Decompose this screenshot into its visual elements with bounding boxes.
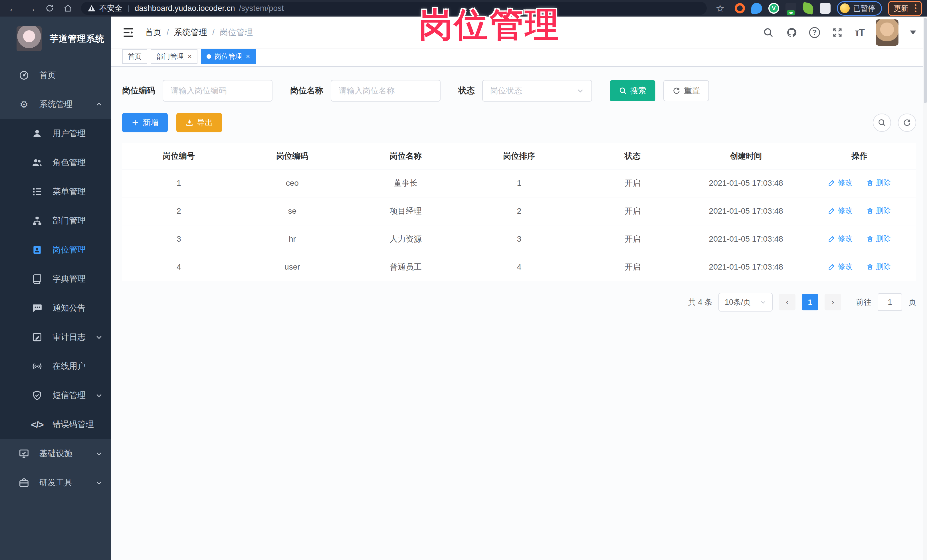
table-row: 4 user 普通员工 4 开启 2021-01-05 17:03:48 修改 … xyxy=(122,253,916,281)
github-icon[interactable] xyxy=(786,27,798,38)
extension-orange-ring-icon[interactable] xyxy=(735,3,745,14)
edit-link[interactable]: 修改 xyxy=(828,262,853,272)
refresh-circle-button[interactable] xyxy=(898,114,916,132)
reload-icon[interactable] xyxy=(42,2,58,15)
page-1-button[interactable]: 1 xyxy=(802,294,818,310)
pagination: 共 4 条 10条/页 ‹ 1 › 前往 页 xyxy=(122,293,916,311)
breadcrumb-separator: / xyxy=(212,28,214,37)
add-button[interactable]: 新增 xyxy=(122,113,168,132)
search-icon[interactable] xyxy=(762,27,774,38)
filter-status-group: 状态 岗位状态 xyxy=(458,80,592,102)
show-search-circle-button[interactable] xyxy=(873,114,891,132)
edit-link[interactable]: 修改 xyxy=(828,178,853,188)
delete-link[interactable]: 删除 xyxy=(866,206,891,216)
cell-status: 开启 xyxy=(576,253,689,281)
breadcrumb-system[interactable]: 系统管理 xyxy=(174,27,207,38)
table-tools xyxy=(873,114,916,132)
font-size-icon[interactable]: ᴛT xyxy=(855,27,864,38)
breadcrumb-home[interactable]: 首页 xyxy=(145,27,161,38)
sidebar-item-system-mgmt[interactable]: ⚙ 系统管理 xyxy=(0,90,111,119)
post-code-input[interactable] xyxy=(163,80,272,102)
sidebar-item-dept-mgmt[interactable]: 部门管理 xyxy=(0,206,111,235)
sidebar-item-home[interactable]: 首页 xyxy=(0,61,111,90)
sidebar-item-notice[interactable]: 通知公告 xyxy=(0,294,111,323)
page-size-select[interactable]: 10条/页 xyxy=(719,293,773,311)
url-path[interactable]: /system/post xyxy=(239,4,284,13)
back-icon[interactable]: ← xyxy=(5,2,21,15)
export-button[interactable]: 导出 xyxy=(176,113,222,132)
extension-leaf-icon[interactable] xyxy=(802,2,814,15)
cell-id: 4 xyxy=(122,253,236,281)
filter-name-label: 岗位名称 xyxy=(290,85,323,96)
user-avatar[interactable] xyxy=(875,20,898,46)
browser-update-button[interactable]: 更新 xyxy=(888,1,922,16)
cell-actions: 修改 删除 xyxy=(802,169,916,197)
edit-link[interactable]: 修改 xyxy=(828,234,853,244)
cell-name: 人力资源 xyxy=(349,225,462,253)
status-select[interactable]: 岗位状态 xyxy=(482,80,592,102)
delete-link[interactable]: 删除 xyxy=(866,234,891,244)
delete-link[interactable]: 删除 xyxy=(866,178,891,188)
browser-menu-icon[interactable] xyxy=(913,4,916,12)
forward-icon[interactable]: → xyxy=(23,2,40,15)
delete-link[interactable]: 删除 xyxy=(866,262,891,272)
profile-paused-chip[interactable]: 已暂停 xyxy=(837,1,882,16)
sidebar-item-audit-log[interactable]: 审计日志 xyxy=(0,323,111,352)
edit-pencil-icon xyxy=(828,207,836,214)
trash-icon xyxy=(866,263,874,270)
sidebar-item-role-mgmt[interactable]: 角色管理 xyxy=(0,148,111,177)
monitor-icon xyxy=(18,448,30,459)
fullscreen-icon[interactable] xyxy=(831,27,843,38)
tab-post-mgmt[interactable]: 岗位管理 × xyxy=(201,49,256,64)
sidebar-item-dict-mgmt[interactable]: 字典管理 xyxy=(0,264,111,294)
sidebar-item-post-mgmt[interactable]: 岗位管理 xyxy=(0,235,111,264)
home-icon[interactable] xyxy=(60,2,76,15)
app-logo[interactable]: 芋道管理系统 xyxy=(0,17,111,61)
cell-status: 开启 xyxy=(576,169,689,197)
security-label[interactable]: 不安全 xyxy=(99,3,122,14)
sidebar-item-user-mgmt[interactable]: 用户管理 xyxy=(0,119,111,148)
sidebar-item-label: 角色管理 xyxy=(53,157,86,168)
briefcase-icon xyxy=(18,477,30,489)
tab-home[interactable]: 首页 xyxy=(122,49,147,64)
extensions-row: V on xyxy=(731,3,834,14)
post-name-input[interactable] xyxy=(331,80,441,102)
scrollbar-thumb[interactable] xyxy=(924,18,927,103)
sidebar-item-dev-tools[interactable]: 研发工具 xyxy=(0,468,111,497)
tab-close-icon[interactable]: × xyxy=(187,53,192,61)
tab-close-icon[interactable]: × xyxy=(245,53,250,61)
search-button-label: 搜索 xyxy=(630,85,646,96)
sidebar-item-menu-mgmt[interactable]: 菜单管理 xyxy=(0,177,111,206)
hamburger-icon[interactable] xyxy=(122,26,135,39)
bookmark-star-icon[interactable]: ☆ xyxy=(712,3,728,14)
filter-form: 岗位编码 岗位名称 状态 岗位状态 xyxy=(122,80,916,102)
help-icon[interactable]: ? xyxy=(809,27,820,38)
sidebar-item-online-users[interactable]: 在线用户 xyxy=(0,352,111,381)
extensions-puzzle-icon[interactable] xyxy=(820,3,831,14)
reset-button[interactable]: 重置 xyxy=(663,80,709,101)
prev-page-button[interactable]: ‹ xyxy=(779,294,795,310)
message-bubble-icon xyxy=(31,302,43,314)
sidebar-item-sms-mgmt[interactable]: 短信管理 xyxy=(0,381,111,410)
trash-icon xyxy=(866,235,874,243)
extension-vue-devtools-icon[interactable]: V xyxy=(768,3,779,14)
tab-dept-mgmt[interactable]: 部门管理 × xyxy=(150,49,198,64)
url-host[interactable]: dashboard.yudao.iocoder.cn xyxy=(135,4,235,13)
sidebar-item-error-code[interactable]: </> 错误码管理 xyxy=(0,410,111,439)
search-button[interactable]: 搜索 xyxy=(610,80,655,101)
avatar-caret-icon[interactable] xyxy=(910,30,916,35)
edit-link[interactable]: 修改 xyxy=(828,206,853,216)
next-page-button[interactable]: › xyxy=(825,294,841,310)
sidebar-item-label: 研发工具 xyxy=(40,477,73,489)
cell-sort: 3 xyxy=(462,225,576,253)
extension-switch-icon[interactable]: on xyxy=(786,3,796,14)
table-header-row: 岗位编号 岗位编码 岗位名称 岗位排序 状态 创建时间 操作 xyxy=(122,143,916,169)
sidebar-item-infrastructure[interactable]: 基础设施 xyxy=(0,439,111,468)
extension-blue-pin-icon[interactable] xyxy=(751,3,762,14)
cell-actions: 修改 删除 xyxy=(802,253,916,281)
address-bar[interactable]: 不安全 | dashboard.yudao.iocoder.cn /system… xyxy=(81,2,707,15)
table-toolbar: 新增 导出 xyxy=(122,113,916,132)
scrollbar[interactable] xyxy=(923,17,927,560)
goto-page-input[interactable] xyxy=(878,293,902,311)
search-icon xyxy=(878,118,886,127)
